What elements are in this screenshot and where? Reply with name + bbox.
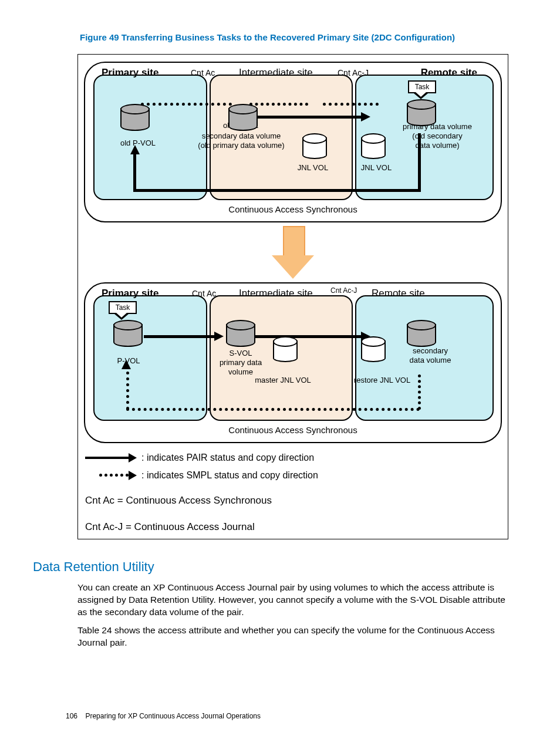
cylinder-secondary-bot [407, 320, 436, 347]
label-restore-jnl-bot: restore JNL VOL [341, 376, 423, 385]
figure-caption: Figure 49 Transferring Business Tasks to… [33, 32, 527, 43]
task-box-bot: Task [109, 301, 137, 314]
label-jnl-r: JNL VOL [352, 164, 401, 173]
solid-arrow-bot-l [144, 335, 214, 338]
legend-solid-arrow-icon [85, 457, 129, 459]
dotted-horiz-bot [126, 408, 420, 411]
label-jnl-l: JNL VOL [288, 164, 338, 173]
label-sec-data-vol: secondary data volume [194, 132, 288, 141]
cylinder-master-jnl [273, 336, 298, 362]
legend-smpl-text: : indicates SMPL status and copy directi… [141, 469, 318, 482]
label-svol-bot: S-VOL [208, 349, 273, 358]
arrow-head-icon [361, 112, 370, 121]
panel-top-footer: Continuous Access Synchronous [85, 204, 501, 215]
legend-cntacj: Cnt Ac-J = Continuous Access Journal [85, 521, 504, 534]
panel-bottom-footer: Continuous Access Synchronous [85, 424, 501, 436]
paragraph-2: Table 24 shows the access attribute and … [77, 625, 515, 649]
footer-text: Preparing for XP Continuous Access Journ… [85, 712, 261, 720]
cylinder-jnl-right [361, 133, 386, 159]
label-old-pvol: old P-VOL [103, 139, 173, 148]
dotted-line-top-l [141, 103, 232, 106]
solid-arrow-bot-l-head [214, 332, 224, 341]
title-remote-bot: Remote site [372, 287, 425, 301]
section-heading: Data Retention Utility [33, 558, 527, 576]
label-pvol-bot: P-VOL [99, 357, 158, 366]
legend-cntac: Cnt Ac = Continuous Access Synchronous [85, 494, 504, 508]
panel-top-wrap: Primary site Cnt Ac Intermediate site Cn… [82, 62, 504, 222]
chevron-down-icon [414, 93, 428, 99]
cylinder-svol-bot [226, 320, 255, 347]
cylinder-old-svol [228, 104, 258, 131]
site-primary-top [93, 75, 207, 200]
title-primary-bot: Primary site [102, 287, 158, 301]
solid-arrow-bot-r [255, 335, 361, 338]
panel-bottom-wrap: Primary site Cnt Ac Intermediate site Cn… [82, 282, 504, 443]
label-data-vol-top: data volume) [390, 141, 484, 150]
page-number: 106 [66, 712, 77, 720]
cylinder-restore-jnl [361, 336, 386, 362]
chevron-down-icon-bot [114, 314, 129, 320]
cylinder-jnl-left [302, 133, 327, 159]
label-prim-data-vol-top: primary data volume [390, 123, 484, 131]
paragraph-1: You can create an XP Continuous Access J… [77, 582, 515, 619]
legend-row-smpl: : indicates SMPL status and copy directi… [85, 469, 504, 482]
cylinder-remote-pvol [407, 99, 436, 126]
title-primary-top: Primary site [102, 66, 158, 80]
legend-block: : indicates PAIR status and copy directi… [85, 451, 504, 534]
cntacj-label-bot: Cnt Ac-J [330, 286, 357, 295]
arrow-solid-top-inter-remote [249, 116, 361, 119]
cntac-label-bot: Cnt Ac [192, 288, 216, 299]
arrow-horiz-bottom-top [133, 189, 421, 192]
diagram-block: Primary site Cnt Ac Intermediate site Cn… [77, 54, 508, 539]
legend-row-pair: : indicates PAIR status and copy directi… [85, 451, 504, 464]
label-datavol-bot: data volume [389, 356, 471, 365]
label-old-sec-top: (old secondary [390, 132, 484, 141]
task-box-top: Task [408, 80, 436, 93]
legend-dotted-arrow-icon [99, 474, 129, 477]
cylinder-old-pvol [120, 104, 150, 131]
page-footer: 106 Preparing for XP Continuous Access J… [66, 711, 261, 721]
dotted-vert-primary-bot [126, 366, 129, 410]
legend-pair-text: : indicates PAIR status and copy directi… [141, 451, 314, 464]
panel-bottom: Primary site Cnt Ac Intermediate site Cn… [84, 282, 502, 443]
label-secondary-bot: secondary [389, 347, 471, 356]
cntac-label-top: Cnt Ac [191, 67, 215, 79]
arrow-vert-primary-top [133, 154, 136, 192]
title-remote-top: Remote site [421, 66, 477, 80]
panel-top: Primary site Cnt Ac Intermediate site Cn… [84, 62, 502, 222]
cntacj-label-top: Cnt Ac-J [338, 67, 369, 79]
dotted-line-top-m [249, 103, 308, 106]
label-old-primary: (old primary data volume) [194, 141, 288, 150]
title-intermediate-bot: Intermediate site [239, 287, 313, 301]
label-master-jnl-bot: master JNL VOL [245, 376, 321, 385]
cylinder-pvol-bot [113, 320, 143, 347]
big-down-arrow-icon [82, 226, 504, 279]
label-primary-data-bot: primary data [208, 359, 273, 367]
title-intermediate-top: Intermediate site [239, 66, 313, 80]
dotted-line-top-r [323, 103, 379, 106]
